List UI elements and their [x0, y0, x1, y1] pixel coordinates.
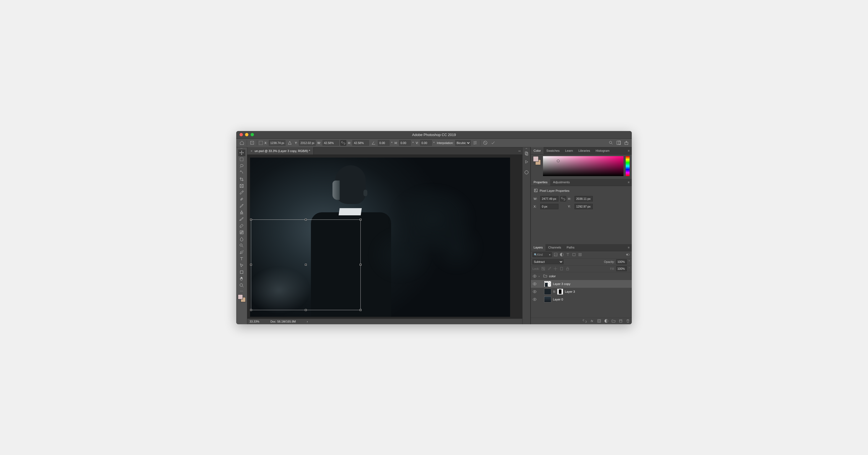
close-window-button[interactable]: [240, 133, 243, 136]
layer-mask-thumb[interactable]: [557, 289, 563, 295]
crop-tool[interactable]: [238, 176, 245, 183]
layer-filter-kind[interactable]: 🔍Kind▾: [532, 252, 552, 257]
tab-learn[interactable]: Learn: [562, 147, 576, 154]
tab-libraries[interactable]: Libraries: [576, 147, 593, 154]
close-tab-icon[interactable]: ×: [251, 149, 252, 153]
layer-row[interactable]: Layer 0: [531, 295, 632, 303]
shape-tool[interactable]: [238, 269, 245, 275]
filter-adjust-icon[interactable]: [560, 252, 564, 257]
panel-menu-icon[interactable]: ≡: [626, 149, 632, 152]
home-icon[interactable]: [239, 139, 245, 146]
prop-w-input[interactable]: [540, 196, 558, 201]
zoom-window-button[interactable]: [251, 133, 254, 136]
prop-h-input[interactable]: [575, 196, 593, 201]
healing-tool[interactable]: [238, 196, 245, 203]
gutter-grip-icon[interactable]: ••: [236, 147, 247, 150]
link-wh-icon[interactable]: [340, 140, 346, 146]
statusbar-chevron-icon[interactable]: ›: [307, 320, 308, 323]
share-icon[interactable]: [623, 139, 629, 146]
new-group-icon[interactable]: [611, 319, 616, 323]
transform-ref-icon[interactable]: [249, 139, 255, 146]
tab-layers[interactable]: Layers: [531, 244, 546, 251]
h-input[interactable]: [352, 140, 369, 146]
skew-v-input[interactable]: [420, 140, 432, 146]
w-input[interactable]: [322, 140, 339, 146]
tab-adjustments[interactable]: Adjustments: [550, 178, 572, 186]
relative-checkbox[interactable]: [259, 141, 263, 145]
layer-name[interactable]: Layer 0: [553, 298, 563, 301]
fill-input[interactable]: [616, 266, 627, 271]
prop-y-input[interactable]: [575, 204, 593, 209]
gradient-tool[interactable]: [238, 229, 245, 236]
frame-tool[interactable]: [238, 183, 245, 189]
blur-tool[interactable]: [238, 236, 245, 242]
document-tab[interactable]: × un.psd @ 33.3% (Layer 3 copy, RGB/8) *: [247, 147, 314, 155]
layer-row[interactable]: Layer 3 copy: [531, 280, 632, 288]
marquee-tool[interactable]: [238, 156, 245, 163]
eraser-tool[interactable]: [238, 223, 245, 229]
filter-smart-icon[interactable]: [578, 252, 582, 257]
move-tool[interactable]: [238, 150, 245, 156]
skew-h-input[interactable]: [399, 140, 411, 146]
doc-info[interactable]: Doc: 58.1M/165.9M: [271, 320, 296, 323]
layer-name[interactable]: Layer 3 copy: [553, 282, 570, 286]
lock-all-icon[interactable]: [565, 266, 570, 271]
color-swatch-pair[interactable]: [533, 156, 541, 165]
fx-icon[interactable]: fx: [590, 319, 594, 323]
link-icon[interactable]: [560, 196, 566, 201]
hue-slider[interactable]: [626, 156, 629, 176]
minimize-window-button[interactable]: [245, 133, 248, 136]
opacity-input[interactable]: [616, 259, 627, 264]
commit-transform-icon[interactable]: [490, 139, 497, 146]
link-layers-icon[interactable]: [583, 319, 587, 323]
history-panel-icon[interactable]: [523, 150, 530, 158]
tab-paths[interactable]: Paths: [564, 244, 577, 251]
tab-swatches[interactable]: Swatches: [544, 147, 562, 154]
hand-tool[interactable]: [238, 275, 245, 282]
canvas[interactable]: [247, 155, 522, 319]
search-icon[interactable]: [608, 139, 614, 146]
type-tool[interactable]: [238, 256, 245, 262]
path-select-tool[interactable]: [238, 262, 245, 269]
quick-select-tool[interactable]: [238, 169, 245, 176]
pen-tool[interactable]: [238, 249, 245, 256]
delete-layer-icon[interactable]: [626, 319, 630, 323]
filter-pixel-icon[interactable]: [554, 252, 558, 257]
angle-input[interactable]: [378, 140, 390, 146]
lasso-tool[interactable]: [238, 163, 245, 169]
mask-link-icon[interactable]: ⛓: [553, 290, 555, 293]
visibility-icon[interactable]: [532, 274, 537, 279]
add-mask-icon[interactable]: [597, 319, 601, 323]
y-input[interactable]: [299, 140, 316, 146]
blend-mode-select[interactable]: Subtract: [532, 259, 563, 264]
color-picker[interactable]: [543, 156, 623, 176]
tab-channels[interactable]: Channels: [546, 244, 564, 251]
tab-properties[interactable]: Properties: [531, 178, 550, 186]
color-swatches[interactable]: [238, 294, 246, 302]
visibility-icon[interactable]: [532, 289, 537, 294]
panel-menu-icon[interactable]: ≡: [626, 181, 632, 184]
delta-icon[interactable]: [286, 139, 293, 146]
navigator-panel-icon[interactable]: [523, 168, 530, 176]
tab-color[interactable]: Color: [531, 147, 544, 154]
filter-type-icon[interactable]: [566, 252, 570, 257]
panel-menu-icon[interactable]: ≡: [626, 246, 632, 249]
brush-tool[interactable]: [238, 203, 245, 209]
x-input[interactable]: [269, 140, 285, 146]
cancel-transform-icon[interactable]: [482, 139, 489, 146]
layer-row[interactable]: › color: [531, 272, 632, 280]
filter-toggle-icon[interactable]: [626, 252, 630, 257]
tabbar-grip-icon[interactable]: ••: [517, 149, 522, 153]
history-brush-tool[interactable]: [238, 216, 245, 223]
layer-name[interactable]: Layer 3: [565, 290, 575, 293]
lock-transparent-icon[interactable]: [541, 266, 546, 271]
warp-icon[interactable]: [472, 139, 478, 146]
visibility-icon[interactable]: [532, 282, 537, 286]
transform-box[interactable]: [251, 220, 361, 310]
layer-name[interactable]: color: [549, 274, 556, 278]
workspace-icon[interactable]: [615, 139, 622, 146]
filter-shape-icon[interactable]: [572, 252, 576, 257]
prop-x-input[interactable]: [540, 204, 558, 209]
new-layer-icon[interactable]: [619, 319, 623, 323]
lock-artboard-icon[interactable]: [559, 266, 564, 271]
